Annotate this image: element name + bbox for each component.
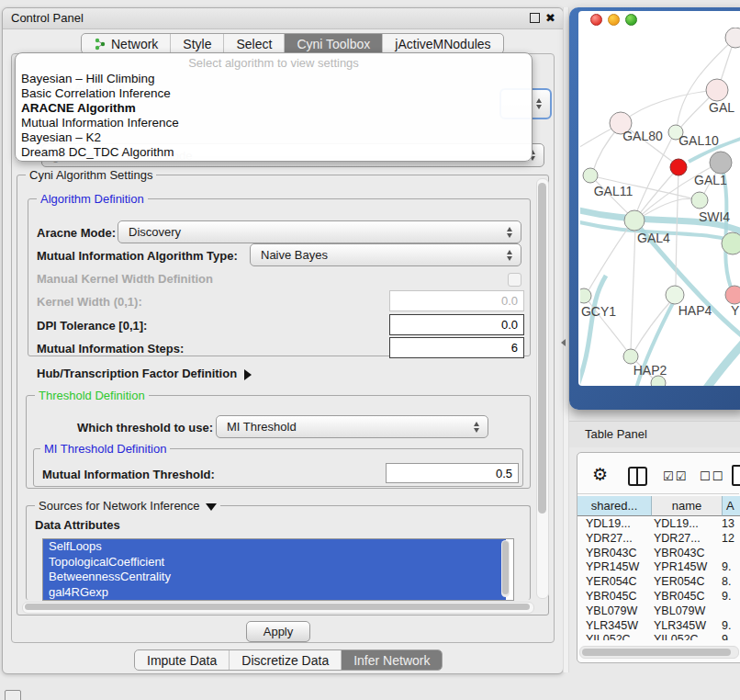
mac-zoom-icon[interactable] <box>625 14 637 26</box>
which-threshold-combo[interactable]: MI Threshold <box>216 415 488 438</box>
network-edge[interactable] <box>586 223 632 295</box>
sources-legend[interactable]: Sources for Network Inference <box>35 500 220 513</box>
mac-minimize-icon[interactable] <box>608 14 620 26</box>
kernel-width-input[interactable] <box>389 290 524 311</box>
table-cell: YDR27... <box>586 532 633 545</box>
network-node[interactable] <box>666 286 684 304</box>
collapse-down-icon[interactable] <box>206 503 217 511</box>
mi-threshold-input[interactable] <box>386 463 519 483</box>
node-label: GAL80 <box>622 129 663 143</box>
table-row[interactable]: YBR045CYBR045C9. <box>577 590 740 604</box>
table-cell: 13 <box>722 517 734 530</box>
column-header-shared-name[interactable]: shared... <box>577 496 652 516</box>
manual-kernel-label: Manual Kernel Width Definition <box>37 272 213 286</box>
table-row[interactable]: YLR345WYLR345W9. <box>577 619 740 634</box>
split-collapse-arrow-icon[interactable] <box>561 339 566 346</box>
select-all-columns-icon[interactable]: ☑☑ <box>663 469 688 483</box>
table-row[interactable]: YBR043CYBR043C <box>577 547 740 561</box>
algorithm-option[interactable]: Bayesian – Hill Climbing <box>17 72 532 86</box>
table-row[interactable]: YDR27...YDR27...12 <box>577 532 740 547</box>
mi-algorithm-type-combo[interactable]: Naive Bayes <box>250 243 521 266</box>
tab-network[interactable]: Network <box>82 34 170 53</box>
tab-label: jActiveMNodules <box>395 37 490 51</box>
table-row[interactable]: YBL079WYBL079W <box>577 604 740 619</box>
float-window-icon[interactable] <box>530 13 540 23</box>
table-cell: 9. <box>722 619 731 632</box>
tab-select[interactable]: Select <box>223 34 284 53</box>
network-node[interactable] <box>580 288 591 303</box>
column-header-name[interactable]: name <box>652 496 723 516</box>
deselect-all-columns-icon[interactable]: ☐☐ <box>700 469 724 483</box>
table-horizontal-scrollbar[interactable] <box>579 646 739 659</box>
tab-style[interactable]: Style <box>170 34 223 53</box>
aracne-mode-label: Aracne Mode: <box>37 226 116 240</box>
data-attribute-item[interactable]: BetweennessCentrality <box>43 570 506 585</box>
algorithm-option[interactable]: Bayesian – K2 <box>17 130 532 145</box>
expand-right-icon[interactable] <box>244 369 252 380</box>
scrollbar-thumb[interactable] <box>25 604 530 610</box>
network-edge[interactable] <box>631 223 635 354</box>
network-graph[interactable]: GALGAL80GAL10GAL11GAL1SWI4GAL4GCY1HAP4YH… <box>580 28 740 386</box>
tab-infer-network[interactable]: Infer Network <box>341 650 442 670</box>
data-attribute-item[interactable]: gal4RGexp <box>43 585 506 601</box>
columns-icon[interactable] <box>628 467 647 486</box>
aracne-mode-combo[interactable]: Discovery <box>118 220 521 243</box>
network-node[interactable] <box>725 286 740 304</box>
network-edge[interactable] <box>635 171 676 219</box>
tab-label: Infer Network <box>353 653 430 668</box>
minimized-panel-icon[interactable] <box>5 690 21 700</box>
tab-cyni-toolbox[interactable]: Cyni Toolbox <box>284 34 382 53</box>
node-label: GAL11 <box>594 184 633 198</box>
algorithm-option[interactable]: ARACNE Algorithm <box>17 101 532 116</box>
network-node[interactable] <box>670 159 687 175</box>
manual-kernel-checkbox[interactable] <box>508 273 521 287</box>
attributes-scrollbar[interactable] <box>501 540 510 597</box>
mi-steps-input[interactable] <box>389 337 524 358</box>
mi-steps-label: Mutual Information Steps: <box>37 342 184 356</box>
network-node[interactable] <box>706 79 728 101</box>
tab-jactivemnodules[interactable]: jActiveMNodules <box>382 34 502 53</box>
algorithm-option[interactable]: Mutual Information Inference <box>17 116 532 130</box>
scrollbar-thumb[interactable] <box>582 649 731 656</box>
table-row[interactable]: YPR145WYPR145W9. <box>577 560 740 575</box>
table-row[interactable]: YER054CYER054C8. <box>577 575 740 590</box>
data-attribute-item[interactable]: SelfLoops <box>43 539 506 555</box>
network-node[interactable] <box>623 349 638 364</box>
table-cell: YER054C <box>654 575 705 588</box>
network-node[interactable] <box>583 168 598 183</box>
column-header-label: name <box>672 499 702 513</box>
network-node[interactable] <box>722 232 740 254</box>
network-edge[interactable] <box>623 90 716 121</box>
scrollbar-thumb[interactable] <box>538 183 546 514</box>
data-attribute-item[interactable]: TopologicalCoefficient <box>43 555 506 570</box>
data-attributes-label: Data Attributes <box>35 518 120 532</box>
dpi-tolerance-input[interactable] <box>389 314 524 335</box>
network-node[interactable] <box>710 152 732 174</box>
apply-button[interactable]: Apply <box>246 621 310 642</box>
gear-icon[interactable]: ⚙ <box>592 464 608 485</box>
network-node[interactable] <box>691 192 708 209</box>
table-row[interactable]: YIL052CYIL052C9 <box>577 633 740 640</box>
table-cell: 9. <box>722 590 731 603</box>
mi-algorithm-type-label: Mutual Information Algorithm Type: <box>37 249 238 263</box>
new-table-icon[interactable] <box>732 465 740 486</box>
tab-impute-data[interactable]: Impute Data <box>135 650 229 670</box>
tab-discretize-data[interactable]: Discretize Data <box>229 650 341 670</box>
hub-definition-toggle[interactable]: Hub/Transcription Factor Definition <box>37 367 252 380</box>
scrollbar-thumb[interactable] <box>502 541 509 594</box>
settings-horizontal-scrollbar[interactable] <box>22 602 534 614</box>
close-window-icon[interactable]: ✖ <box>545 12 555 24</box>
node-label: GAL10 <box>678 133 719 148</box>
column-header-partial[interactable]: A <box>723 496 740 516</box>
table-row[interactable]: YDL19...YDL19...13 <box>577 517 740 532</box>
algorithm-option[interactable]: Dream8 DC_TDC Algorithm <box>17 145 532 160</box>
kernel-width-label: Kernel Width (0,1): <box>37 295 142 309</box>
algorithm-option[interactable]: Basic Correlation Inference <box>17 86 532 101</box>
network-node[interactable] <box>624 210 645 231</box>
mac-close-icon[interactable] <box>590 14 602 26</box>
tab-label: Select <box>236 37 272 51</box>
settings-vertical-scrollbar[interactable] <box>536 178 549 599</box>
apply-button-label: Apply <box>263 625 294 638</box>
table-cell: YIL052C <box>586 633 631 640</box>
network-edge[interactable] <box>703 334 740 386</box>
